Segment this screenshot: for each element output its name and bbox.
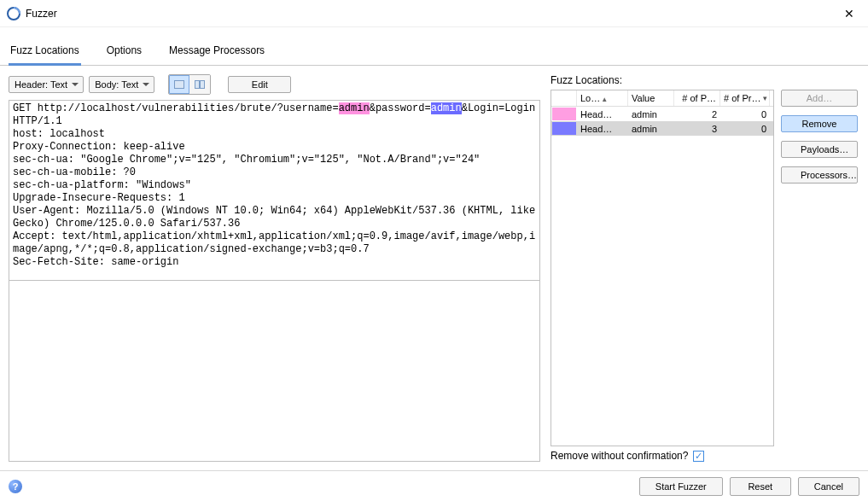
locations-table: Lo…▲ Value # of P… # of Pro…▾ Head… admi… [551,90,774,446]
tab-options[interactable]: Options [105,39,143,65]
fuzz-location-password[interactable]: admin [431,102,462,114]
header-view-dropdown[interactable]: Header: Text [9,76,84,93]
tab-fuzz-locations[interactable]: Fuzz Locations [9,39,81,66]
cell-location: Head… [577,108,628,120]
window-title: Fuzzer [26,8,57,20]
request-text: GET http://localhost/vulnerabilities/bru… [13,102,339,114]
column-location[interactable]: Lo…▲ [577,90,628,106]
main-content: Header: Text Body: Text Edit GET http://… [0,66,868,467]
payloads-button[interactable]: Payloads… [781,141,858,158]
close-icon[interactable]: ✕ [837,3,861,24]
app-icon [7,7,20,20]
request-text: &password= [370,102,431,114]
column-num-processors[interactable]: # of Pro…▾ [720,90,770,106]
table-row[interactable]: Head… admin 2 0 [551,107,773,121]
remove-confirm-row: Remove without confirmation? ✓ [551,450,859,462]
add-button: Add… [781,90,858,107]
table-body: Head… admin 2 0 Head… admin 3 0 [551,107,773,446]
cell-value: admin [628,123,674,135]
layout-toggle-group [168,74,211,95]
processors-button[interactable]: Processors… [781,166,858,184]
request-text: &Login=Login HTTP/1.1 host: localhost Pr… [13,102,540,268]
titlebar: Fuzzer ✕ [0,0,868,27]
cell-num-payloads: 3 [674,123,720,135]
tab-message-processors[interactable]: Message Processors [167,39,266,65]
cell-location: Head… [577,123,628,135]
start-fuzzer-button[interactable]: Start Fuzzer [639,477,723,496]
column-color[interactable] [551,90,577,106]
dialog-footer: ? Start Fuzzer Reset Cancel [0,470,868,501]
left-panel: Header: Text Body: Text Edit GET http://… [9,74,540,462]
request-body-pane[interactable] [9,281,540,462]
request-toolbar: Header: Text Body: Text Edit [9,74,540,95]
body-view-dropdown[interactable]: Body: Text [89,76,154,93]
cell-num-processors: 0 [720,123,770,135]
column-menu-icon[interactable]: ▾ [763,94,767,102]
right-panel: Fuzz Locations: Lo…▲ Value # of P… # of … [551,74,859,462]
table-header: Lo…▲ Value # of P… # of Pro…▾ [551,90,773,107]
locations-label: Fuzz Locations: [551,74,859,86]
request-header-pane[interactable]: GET http://localhost/vulnerabilities/bru… [9,100,540,281]
remove-button[interactable]: Remove [781,115,858,132]
column-num-payloads[interactable]: # of P… [674,90,720,106]
remove-confirm-checkbox[interactable]: ✓ [693,451,704,462]
fuzz-location-username[interactable]: admin [339,102,370,114]
layout-split-button[interactable] [189,75,210,94]
table-row[interactable]: Head… admin 3 0 [551,121,773,136]
remove-confirm-label: Remove without confirmation? [551,450,688,462]
cell-num-payloads: 2 [674,108,720,120]
color-swatch [552,122,576,135]
layout-single-button[interactable] [169,75,189,94]
reset-button[interactable]: Reset [730,477,791,496]
help-icon[interactable]: ? [9,480,22,493]
column-value[interactable]: Value [628,90,674,106]
side-buttons: Add… Remove Payloads… Processors… [781,90,859,446]
color-swatch [552,108,576,120]
cell-value: admin [628,108,674,120]
cancel-button[interactable]: Cancel [798,477,859,496]
cell-num-processors: 0 [720,108,770,120]
edit-button[interactable]: Edit [228,76,291,93]
tabbar: Fuzz Locations Options Message Processor… [0,27,868,66]
